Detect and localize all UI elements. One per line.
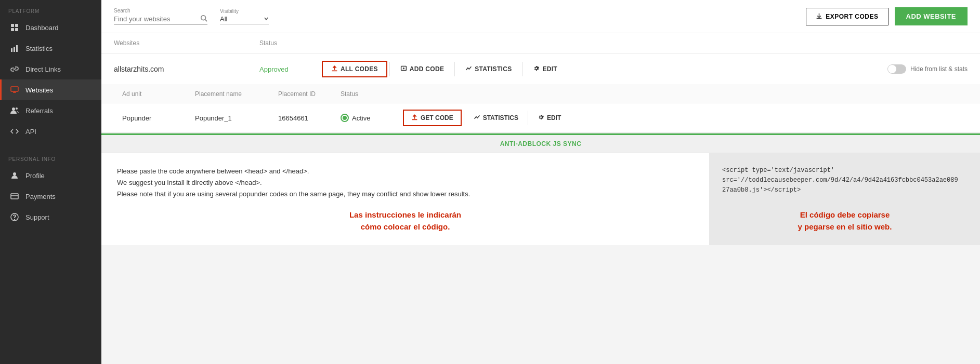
sidebar-item-websites[interactable]: Websites (0, 79, 101, 100)
platform-section-label: PLATFORM (0, 0, 101, 17)
get-code-button[interactable]: GET CODE (403, 110, 462, 126)
code-line2: src='//toddlecausebeeper.com/9d/42/a4/9d… (722, 177, 958, 184)
code-highlight-line1: El código debe copiarse (800, 210, 890, 219)
anti-adblock-bar[interactable]: ANTI-ADBLOCK JS SYNC (101, 133, 980, 153)
divider (389, 62, 390, 76)
visibility-group: Visibility All (220, 8, 269, 24)
instructions-text: Please paste the code anywhere between <… (117, 166, 694, 200)
svg-point-8 (12, 107, 15, 111)
instructions-highlight-right: El código debe copiarse y pegarse en el … (722, 209, 968, 233)
hide-from-list-toggle[interactable] (887, 64, 906, 74)
col-status-header: Status (259, 39, 322, 47)
sub-edit-button[interactable]: EDIT (530, 111, 568, 125)
gear-icon (533, 65, 540, 73)
visibility-label: Visibility (220, 8, 269, 14)
svg-rect-4 (11, 48, 12, 52)
instructions-line2: We suggest you install it directly above… (117, 179, 262, 186)
search-label: Search (114, 8, 207, 14)
active-status-circle-inner (343, 116, 347, 120)
svg-rect-5 (14, 47, 15, 52)
instructions-line1: Please paste the code anywhere between <… (117, 167, 309, 175)
divider (464, 111, 464, 125)
topbar-actions: EXPORT CODES ADD WEBSITE (806, 7, 968, 25)
instructions-highlight-left: Las instrucciones le indicarán cómo colo… (117, 209, 694, 233)
personal-info-section-label: PERSONAL INFO (0, 148, 101, 165)
stats-icon (465, 65, 472, 73)
col-placement-name-header: Placement name (195, 90, 278, 98)
sidebar-item-dashboard[interactable]: Dashboard (0, 17, 101, 38)
svg-rect-7 (11, 87, 18, 91)
export-codes-label: EXPORT CODES (826, 13, 878, 20)
get-code-upload-icon (411, 114, 418, 122)
add-code-label: ADD CODE (410, 65, 444, 73)
grid-icon (10, 23, 19, 32)
sidebar-item-referrals[interactable]: Referrals (0, 100, 101, 121)
sidebar-item-label: Statistics (25, 45, 53, 52)
col-sub-status-header: Status (341, 90, 403, 98)
sidebar-item-label: Direct Links (25, 65, 61, 73)
visibility-select-wrap: All (220, 15, 269, 24)
instructions-line3: Please note that if you are using severa… (117, 190, 470, 198)
svg-rect-0 (11, 24, 14, 27)
sidebar-item-label: Support (25, 213, 49, 221)
code-line1: <script type='text/javascript' (722, 167, 834, 174)
upload-icon (331, 65, 338, 73)
svg-point-15 (201, 16, 206, 20)
instructions-section: Please paste the code anywhere between <… (101, 153, 980, 245)
svg-point-10 (13, 172, 16, 176)
search-icon[interactable] (200, 15, 207, 23)
instructions-left: Please paste the code anywhere between <… (101, 153, 710, 245)
sub-statistics-label: STATISTICS (483, 114, 518, 122)
code-block: <script type='text/javascript' src='//to… (722, 166, 968, 201)
cell-placement-name: Popunder_1 (195, 114, 278, 122)
divider (522, 62, 522, 76)
statistics-button[interactable]: STATISTICS (457, 62, 520, 76)
divider (454, 62, 455, 76)
sub-table: Ad unit Placement name Placement ID Stat… (101, 85, 980, 133)
chevron-down-icon (264, 15, 269, 23)
cell-adunit: Popunder (122, 114, 195, 122)
sidebar-item-label: Profile (25, 172, 45, 180)
active-status-label: Active (352, 114, 370, 122)
sidebar-item-profile[interactable]: Profile (0, 165, 101, 186)
edit-label: EDIT (542, 65, 557, 73)
sub-actions: GET CODE STATISTICS (403, 110, 568, 126)
sub-statistics-button[interactable]: STATISTICS (466, 111, 526, 125)
sidebar-item-support[interactable]: Support (0, 207, 101, 227)
monitor-icon (10, 85, 19, 95)
toggle-label: Hide from list & stats (910, 65, 968, 73)
website-main-row: allstarzhits.com Approved ALL CODES (101, 53, 980, 85)
content-area: Websites Status allstarzhits.com Approve… (101, 33, 980, 364)
sidebar-item-direct-links[interactable]: Direct Links (0, 59, 101, 79)
svg-rect-3 (15, 28, 18, 31)
anti-adblock-label: ANTI-ADBLOCK JS SYNC (500, 140, 582, 147)
cell-sub-status: Active (341, 114, 403, 122)
websites-table: Websites Status allstarzhits.com Approve… (101, 33, 980, 133)
sidebar-item-payments[interactable]: Payments (0, 186, 101, 207)
toggle-wrap: Hide from list & stats (887, 64, 968, 74)
credit-card-icon (10, 192, 19, 201)
col-websites-header: Websites (114, 39, 259, 47)
main-content: Search Visibility All (101, 0, 980, 364)
statistics-label: STATISTICS (475, 65, 512, 73)
highlight-line1: Las instrucciones le indicarán (349, 210, 461, 219)
sidebar-item-api[interactable]: API (0, 121, 101, 142)
user-icon (10, 171, 19, 180)
col-adunit-header: Ad unit (122, 90, 195, 98)
edit-button[interactable]: EDIT (525, 62, 566, 76)
search-input[interactable] (114, 15, 197, 23)
svg-rect-2 (11, 28, 14, 31)
add-website-button[interactable]: ADD WEBSITE (895, 7, 968, 25)
sub-edit-label: EDIT (547, 114, 561, 122)
sub-stats-icon (474, 114, 480, 122)
visibility-select[interactable]: All (220, 15, 262, 23)
svg-rect-6 (16, 45, 18, 52)
add-code-icon (400, 65, 407, 73)
all-codes-button[interactable]: ALL CODES (322, 61, 387, 77)
website-domain: allstarzhits.com (114, 65, 259, 73)
add-code-button[interactable]: ADD CODE (392, 62, 452, 76)
sidebar-item-statistics[interactable]: Statistics (0, 38, 101, 59)
code-highlight-line2: y pegarse en el sitio web. (798, 222, 892, 231)
export-codes-button[interactable]: EXPORT CODES (806, 8, 888, 25)
active-status-circle (341, 114, 349, 122)
